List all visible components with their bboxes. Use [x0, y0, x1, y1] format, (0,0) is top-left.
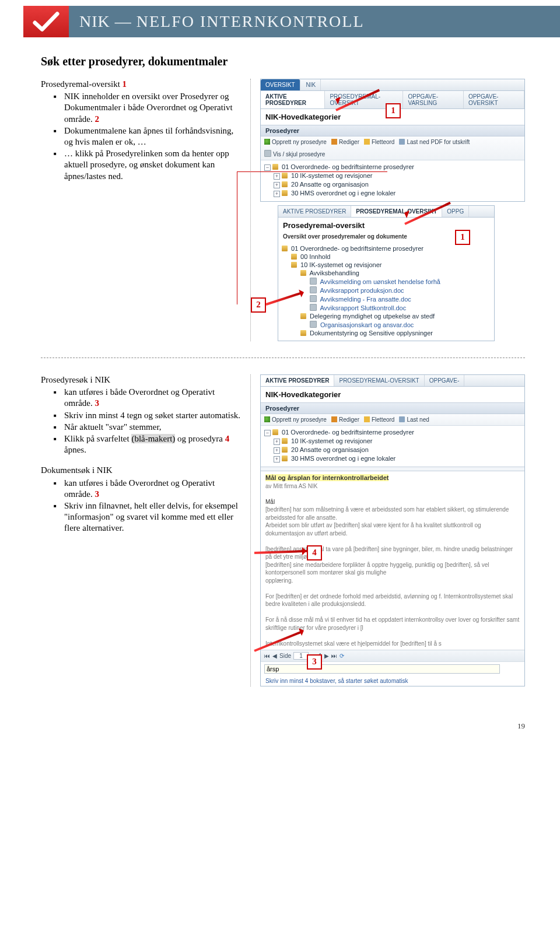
screenshot-lower: AKTIVE PROSEDYRER PROSEDYREMAL-OVERSIKT … [260, 374, 525, 686]
subtab[interactable]: OPPG [442, 206, 469, 217]
btn-merge[interactable]: Fletteord [364, 416, 394, 423]
bullet: Skriv inn minst 4 tegn og søket starter … [54, 410, 241, 421]
callout-1b: 1 [455, 230, 470, 245]
folder-icon [282, 173, 288, 178]
folder-icon [282, 190, 288, 196]
tree-doc[interactable]: Avviksrapport produksjon.doc [320, 287, 404, 294]
tree-node[interactable]: 01 Overordnede- og bedriftsinterne prose… [291, 245, 424, 252]
pager-first-icon[interactable]: ⏮ [264, 653, 270, 659]
tree-node[interactable]: 10 IK-systemet og revisjoner [300, 261, 382, 268]
bullet: NIK inneholder en oversikt over Prosedyr… [54, 91, 241, 125]
folder-icon [300, 330, 306, 336]
tree-node[interactable]: 01 Overordnede- og bedriftsinterne prose… [282, 163, 414, 170]
screenshot-top: OVERSIKT NIK AKTIVE PROSEDYRER PROSEDYRE… [260, 79, 525, 202]
btn-merge[interactable]: Fletteord [364, 139, 394, 145]
folder-icon [282, 246, 288, 251]
tree-node[interactable]: 10 IK-systemet og revisjoner [291, 437, 372, 444]
tree-node[interactable]: 20 Ansatte og organisasjon [291, 446, 369, 453]
pdf-icon [399, 139, 405, 145]
eye-icon [264, 150, 271, 157]
logo-band: NIK—NELFO INTERNKONTROLL [23, 6, 560, 37]
tree-node[interactable]: Dokumentstyring og Sensitive opplysninge… [310, 330, 433, 337]
subtab[interactable]: AKTIVE PROSEDYRER [278, 206, 351, 217]
btn-create[interactable]: Opprett ny prosedyre [264, 139, 327, 145]
folder-icon [291, 254, 297, 260]
subtab[interactable]: OPPGAVE- [425, 375, 465, 386]
tree-doc[interactable]: Organisasjonskart og ansvar.doc [320, 321, 414, 328]
bullet: Dokumentmalene kan åpnes til forhåndsvis… [54, 125, 241, 148]
doc-icon [310, 278, 317, 285]
tree-node[interactable]: 00 Innhold [300, 253, 330, 260]
bullet: Klikk på svarfeltet (blå-makert) og pros… [54, 433, 241, 456]
screenshot-inset: AKTIVE PROSEDYRER PROSEDYREMAL-OVERSIKT … [278, 205, 495, 341]
tree-node[interactable]: 30 HMS overordnet og i egne lokaler [291, 455, 396, 462]
doc-icon [310, 321, 317, 328]
tree-node[interactable]: Delegering myndighet og utpekelse av ste… [310, 313, 435, 320]
callout-4: 4 [307, 545, 322, 560]
refresh-icon[interactable]: ⟳ [340, 653, 344, 659]
subtab[interactable]: AKTIVE PROSEDYRER [261, 91, 325, 108]
bullet: Skriv inn filnavnet, helt eller delvis, … [54, 500, 241, 534]
tree-node[interactable]: Avviksbehandling [309, 269, 359, 276]
subtab[interactable]: OPPGAVE-OVERSIKT [464, 91, 524, 108]
section-heading: Søk etter prosedyrer, dokumentmaler [41, 55, 525, 68]
tree-doc[interactable]: Avviksmelding om uønsket hendelse forhå [320, 278, 440, 285]
bullet: kan utføres i både Overordnet og Operati… [54, 478, 241, 500]
tab-oversikt[interactable]: OVERSIKT [261, 79, 300, 90]
btn-edit[interactable]: Rediger [331, 416, 359, 423]
btn-pdf[interactable]: Last ned [399, 416, 429, 423]
paginator: ⏮ ◀ Side 1 av 1 ▶ ⏭ ⟳ [261, 650, 524, 661]
pager-next-icon[interactable]: ▶ [324, 653, 329, 659]
subheading: Prosedyresøk i NIK [41, 374, 241, 386]
tree-node[interactable]: 20 Ansatte og organisasjon [291, 181, 369, 188]
subtab[interactable]: AKTIVE PROSEDYRER [261, 375, 334, 386]
search-hint: Skriv inn minst 4 bokstaver, så starter … [261, 676, 524, 686]
logo-checkmark-icon [23, 6, 69, 37]
doc-icon [310, 295, 317, 302]
pager-prev-icon[interactable]: ◀ [272, 653, 277, 659]
folder-icon [272, 164, 278, 170]
merge-icon [364, 416, 370, 422]
edit-icon [331, 416, 337, 422]
folder-icon [291, 262, 297, 268]
bullet: kan utføres i både Overordnet og Operati… [54, 387, 241, 409]
document-preview: Mål og årsplan for internkontrollarbeide… [261, 471, 524, 650]
tree-doc[interactable]: Avviksrapport Sluttkontroll.doc [320, 304, 406, 311]
btn-pdf[interactable]: Last ned PDF for utskrift [399, 139, 470, 145]
folder-icon [282, 447, 288, 453]
subheading: Dokumentsøk i NIK [41, 465, 241, 476]
plus-icon [264, 416, 270, 422]
edit-icon [331, 139, 337, 145]
callout-2: 2 [251, 297, 266, 313]
folder-icon [282, 438, 288, 444]
folder-icon [282, 181, 288, 187]
btn-toggle[interactable]: Vis / skjul prosedyre [264, 150, 325, 157]
tab-nik[interactable]: NIK [302, 79, 321, 90]
doc-icon [310, 304, 317, 311]
callout-3: 3 [307, 654, 322, 670]
btn-edit[interactable]: Rediger [331, 139, 359, 145]
bullet: Når aktuelt "svar" stemmer, [54, 422, 241, 433]
merge-icon [364, 139, 370, 145]
search-input[interactable] [264, 664, 500, 674]
pager-last-icon[interactable]: ⏭ [331, 653, 337, 659]
callout-1: 1 [386, 103, 401, 118]
folder-icon [300, 270, 306, 276]
subtab[interactable]: PROSEDYREMAL-OVERSIKT [334, 375, 424, 386]
doc-icon [310, 286, 317, 293]
bullet: … klikk på Prosedyrelinken som da henter… [54, 148, 241, 182]
shot-title: NIK-Hovedkategorier [261, 387, 524, 402]
toolbar: Opprett ny prosedyre Rediger Fletteord L… [261, 136, 524, 160]
folder-icon [282, 456, 288, 461]
tree-node[interactable]: 10 IK-systemet og revisjoner [291, 172, 372, 179]
page-number: 19 [0, 698, 560, 737]
btn-create[interactable]: Opprett ny prosedyre [264, 416, 327, 423]
tree-node[interactable]: 30 HMS overordnet og i egne lokaler [291, 190, 396, 197]
subtab[interactable]: OPPGAVE-VARSLING [403, 91, 463, 108]
panel-header: Prosedyrer [261, 402, 524, 414]
subheading: Prosedyremal-oversikt 1 [41, 79, 241, 90]
tree-doc[interactable]: Avviksmelding - Fra ansatte.doc [320, 296, 411, 303]
divider [41, 358, 525, 358]
plus-icon [264, 139, 270, 145]
tree-node[interactable]: 01 Overordnede- og bedriftsinterne prose… [282, 429, 414, 436]
